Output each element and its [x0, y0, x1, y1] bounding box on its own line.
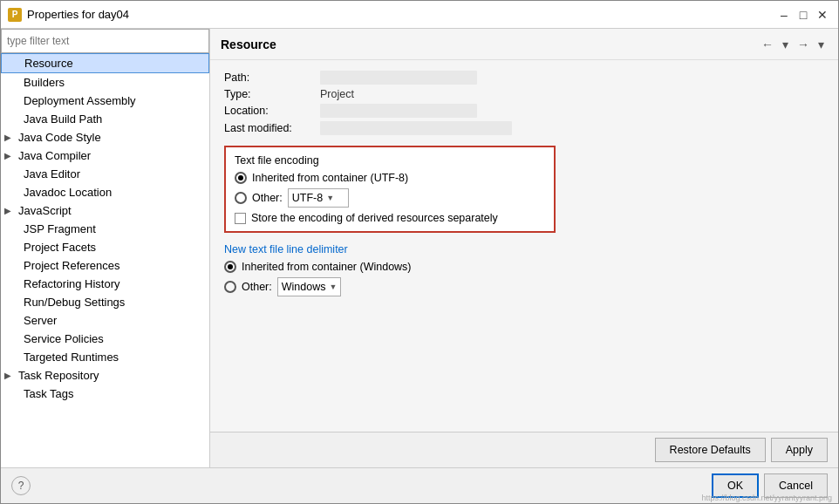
field-type: Type: Project — [224, 88, 824, 100]
encoding-other-dropdown[interactable]: UTF-8 ▼ — [288, 188, 349, 208]
sidebar-item-server[interactable]: Server — [1, 311, 209, 330]
sidebar-item-service-policies[interactable]: Service Policies — [1, 330, 209, 348]
cancel-button[interactable]: Cancel — [764, 473, 828, 498]
dialog-bottom: ? OK Cancel — [1, 467, 838, 503]
sidebar-item-refactoring-history[interactable]: Refactoring History — [1, 275, 209, 293]
minimize-button[interactable]: – — [775, 6, 793, 24]
close-button[interactable]: ✕ — [814, 6, 831, 24]
back-dropdown[interactable]: ▾ — [779, 36, 792, 53]
sidebar-item-label-javadoc-location: Javadoc Location — [24, 186, 112, 199]
sidebar-item-label-targeted-runtimes: Targeted Runtimes — [24, 351, 119, 364]
field-path: Path: — [224, 71, 824, 85]
encoding-inherited-label: Inherited from container (UTF-8) — [252, 172, 408, 184]
sidebar-item-label-task-tags: Task Tags — [24, 387, 74, 400]
encoding-radio-other[interactable] — [235, 192, 247, 204]
sidebar-item-label-run-debug-settings: Run/Debug Settings — [24, 296, 125, 309]
main-content: ResourceBuildersDeployment AssemblyJava … — [1, 29, 838, 467]
sidebar-item-label-deployment-assembly: Deployment Assembly — [24, 94, 136, 107]
path-label: Path: — [224, 72, 320, 84]
type-value: Project — [320, 88, 354, 100]
restore-defaults-button[interactable]: Restore Defaults — [655, 438, 766, 462]
sidebar-item-label-java-build-path: Java Build Path — [24, 112, 102, 126]
right-panel: Resource ← ▾ → ▾ Path: Type: — [210, 29, 838, 467]
sidebar-item-javascript[interactable]: ▶JavaScript — [1, 201, 209, 220]
navigation-arrows: ← ▾ → ▾ — [758, 36, 828, 53]
encoding-checkbox-row[interactable]: Store the encoding of derived resources … — [235, 212, 545, 224]
sidebar-item-run-debug-settings[interactable]: Run/Debug Settings — [1, 293, 209, 311]
delimiter-title: New text file line delimiter — [224, 243, 824, 255]
encoding-other-label: Other: — [252, 192, 283, 204]
filter-input[interactable] — [1, 29, 209, 53]
expand-arrow-task-repository: ▶ — [4, 371, 15, 380]
sidebar-item-resource[interactable]: Resource — [1, 53, 209, 73]
sidebar-item-label-jsp-fragment: JSP Fragment — [24, 222, 96, 235]
sidebar-item-label-service-policies: Service Policies — [24, 332, 104, 345]
sidebar-item-task-tags[interactable]: Task Tags — [1, 385, 209, 403]
sidebar-item-javadoc-location[interactable]: Javadoc Location — [1, 183, 209, 201]
right-body: Path: Type: Project Location: Last modif… — [210, 60, 838, 432]
sidebar-item-targeted-runtimes[interactable]: Targeted Runtimes — [1, 348, 209, 366]
expand-arrow-java-code-style: ▶ — [4, 133, 15, 142]
delimiter-radio-inherited[interactable] — [224, 261, 236, 273]
expand-arrow-javascript: ▶ — [4, 206, 15, 215]
delimiter-radio-other[interactable] — [224, 281, 236, 293]
sidebar-item-project-references[interactable]: Project References — [1, 256, 209, 275]
type-label: Type: — [224, 88, 320, 100]
forward-dropdown[interactable]: ▾ — [815, 36, 828, 53]
ok-button[interactable]: OK — [712, 473, 759, 498]
delimiter-option-other[interactable]: Other: Windows ▼ — [224, 277, 824, 296]
back-button[interactable]: ← — [758, 36, 777, 53]
left-panel: ResourceBuildersDeployment AssemblyJava … — [1, 29, 210, 467]
delimiter-other-value: Windows — [282, 281, 326, 293]
sidebar-item-label-resource: Resource — [24, 57, 73, 70]
action-bar: Restore Defaults Apply — [210, 432, 838, 467]
delimiter-option-inherited[interactable]: Inherited from container (Windows) — [224, 261, 824, 273]
maximize-button[interactable]: □ — [795, 6, 812, 24]
encoding-other-value: UTF-8 — [292, 192, 323, 204]
sidebar-item-label-javascript: JavaScript — [18, 204, 72, 217]
encoding-checkbox[interactable] — [235, 213, 246, 224]
dialog-icon: P — [8, 8, 22, 22]
last-modified-value — [320, 121, 512, 135]
right-panel-title: Resource — [221, 37, 276, 51]
help-button[interactable]: ? — [11, 476, 31, 495]
location-label: Location: — [224, 105, 320, 117]
sidebar-item-java-build-path[interactable]: Java Build Path — [1, 110, 209, 128]
sidebar-item-builders[interactable]: Builders — [1, 73, 209, 92]
title-bar: P Properties for day04 – □ ✕ — [1, 1, 838, 29]
encoding-title: Text file encoding — [235, 154, 545, 167]
field-location: Location: — [224, 104, 824, 118]
sidebar-item-label-refactoring-history: Refactoring History — [24, 277, 120, 290]
path-value — [320, 71, 477, 85]
encoding-option-inherited[interactable]: Inherited from container (UTF-8) — [235, 172, 545, 184]
sidebar-item-project-facets[interactable]: Project Facets — [1, 238, 209, 256]
delimiter-inherited-label: Inherited from container (Windows) — [242, 261, 412, 273]
sidebar-item-label-server: Server — [24, 314, 57, 327]
forward-button[interactable]: → — [794, 36, 813, 53]
encoding-option-other[interactable]: Other: UTF-8 ▼ — [235, 188, 545, 208]
apply-button[interactable]: Apply — [771, 438, 828, 462]
sidebar-item-java-compiler[interactable]: ▶Java Compiler — [1, 146, 209, 165]
location-value — [320, 104, 477, 118]
delimiter-other-dropdown[interactable]: Windows ▼ — [277, 277, 342, 296]
sidebar-item-deployment-assembly[interactable]: Deployment Assembly — [1, 92, 209, 110]
dialog-title: Properties for day04 — [27, 8, 129, 21]
sidebar-item-label-builders: Builders — [24, 76, 65, 89]
encoding-checkbox-label: Store the encoding of derived resources … — [251, 212, 498, 224]
delimiter-other-label: Other: — [242, 281, 272, 293]
sidebar-item-java-editor[interactable]: Java Editor — [1, 165, 209, 183]
tree-list: ResourceBuildersDeployment AssemblyJava … — [1, 53, 209, 467]
sidebar-item-label-java-editor: Java Editor — [24, 167, 80, 180]
field-last-modified: Last modified: — [224, 121, 824, 135]
sidebar-item-label-java-code-style: Java Code Style — [18, 131, 101, 144]
delimiter-dropdown-arrow: ▼ — [329, 283, 337, 291]
expand-arrow-java-compiler: ▶ — [4, 151, 15, 160]
sidebar-item-label-project-references: Project References — [24, 259, 120, 272]
encoding-radio-inherited[interactable] — [235, 172, 247, 184]
sidebar-item-label-task-repository: Task Repository — [18, 369, 99, 382]
encoding-box: Text file encoding Inherited from contai… — [224, 146, 556, 233]
sidebar-item-label-project-facets: Project Facets — [24, 241, 96, 254]
sidebar-item-task-repository[interactable]: ▶Task Repository — [1, 366, 209, 385]
sidebar-item-java-code-style[interactable]: ▶Java Code Style — [1, 128, 209, 146]
sidebar-item-jsp-fragment[interactable]: JSP Fragment — [1, 220, 209, 238]
